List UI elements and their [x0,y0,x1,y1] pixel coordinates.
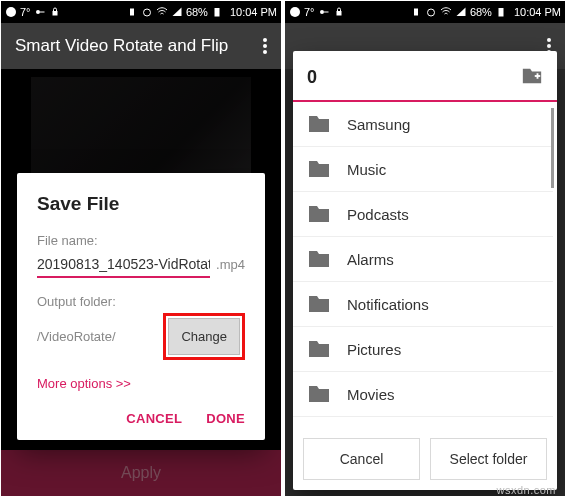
spotify-icon [5,6,17,18]
lock-icon [49,6,61,18]
dialog-title: Save File [37,193,245,215]
output-folder-label: Output folder: [37,294,245,309]
folder-list[interactable]: Samsung Music Podcasts Alarms Notificati… [293,102,557,428]
svg-rect-13 [498,8,503,17]
folder-row[interactable]: Movies [293,372,553,417]
vibrate-icon [410,6,422,18]
battery-pct: 68% [470,6,492,18]
folder-row[interactable]: Download [293,417,553,428]
file-extension: .mp4 [216,257,245,272]
filename-label: File name: [37,233,245,248]
wifi-icon [440,6,452,18]
folder-row[interactable]: Alarms [293,237,553,282]
folder-icon [307,202,331,226]
key-icon [34,6,46,18]
signal-icon [455,6,467,18]
signal-icon [171,6,183,18]
status-bar: 7° 68% 10:04 PM [1,1,281,23]
path-depth: 0 [307,67,317,88]
folder-row[interactable]: Pictures [293,327,553,372]
svg-rect-6 [214,8,219,17]
svg-rect-9 [324,12,329,13]
folder-icon [307,112,331,136]
app-title: Smart Video Rotate and Flip [15,36,263,56]
spotify-icon [289,6,301,18]
picker-cancel-button[interactable]: Cancel [303,438,420,480]
new-folder-button[interactable] [521,65,543,90]
lock-icon [333,6,345,18]
folder-icon [307,292,331,316]
svg-rect-15 [537,73,539,79]
clock: 10:04 PM [230,6,277,18]
status-bar: 7° 68% 10:04 PM [285,1,565,23]
svg-rect-10 [336,11,341,16]
picker-select-button[interactable]: Select folder [430,438,547,480]
battery-icon [211,6,223,18]
cancel-button[interactable]: CANCEL [126,411,182,426]
svg-point-8 [320,10,324,14]
folder-icon [307,157,331,181]
battery-icon [495,6,507,18]
phone-right: 7° 68% 10:04 PM 0 [285,1,565,496]
svg-rect-2 [40,12,45,13]
done-button[interactable]: DONE [206,411,245,426]
wifi-icon [156,6,168,18]
temp-badge: 7° [20,6,31,18]
folder-row[interactable]: Podcasts [293,192,553,237]
filename-input[interactable] [37,252,210,278]
svg-point-5 [143,9,150,16]
change-folder-button[interactable]: Change [168,318,240,355]
folder-icon [307,247,331,271]
battery-pct: 68% [186,6,208,18]
alarm-icon [425,6,437,18]
folder-add-icon [521,65,543,87]
highlight-frame: Change [163,313,245,360]
folder-picker-dialog: 0 Samsung Music Podcasts Alarms Notifica… [293,51,557,490]
folder-row[interactable]: Notifications [293,282,553,327]
folder-icon [307,337,331,361]
output-folder-value: /VideoRotate/ [37,329,116,344]
svg-rect-11 [414,9,418,16]
phone-left: 7° 68% 10:04 PM Smart Video Rotate and F… [1,1,281,496]
svg-point-0 [6,7,16,17]
app-bar: Smart Video Rotate and Flip [1,23,281,69]
svg-rect-3 [52,11,57,16]
folder-row[interactable]: Music [293,147,553,192]
alarm-icon [141,6,153,18]
folder-icon [307,427,331,428]
svg-point-12 [427,9,434,16]
svg-rect-4 [130,9,134,16]
save-file-dialog: Save File File name: .mp4 Output folder:… [17,173,265,440]
key-icon [318,6,330,18]
watermark: wsxdn.com [496,484,556,496]
folder-row[interactable]: Samsung [293,102,553,147]
vibrate-icon [126,6,138,18]
clock: 10:04 PM [514,6,561,18]
svg-point-1 [36,10,40,14]
overflow-menu-button[interactable] [263,38,267,54]
folder-icon [307,382,331,406]
more-options-link[interactable]: More options >> [37,376,245,391]
svg-point-7 [290,7,300,17]
temp-badge: 7° [304,6,315,18]
